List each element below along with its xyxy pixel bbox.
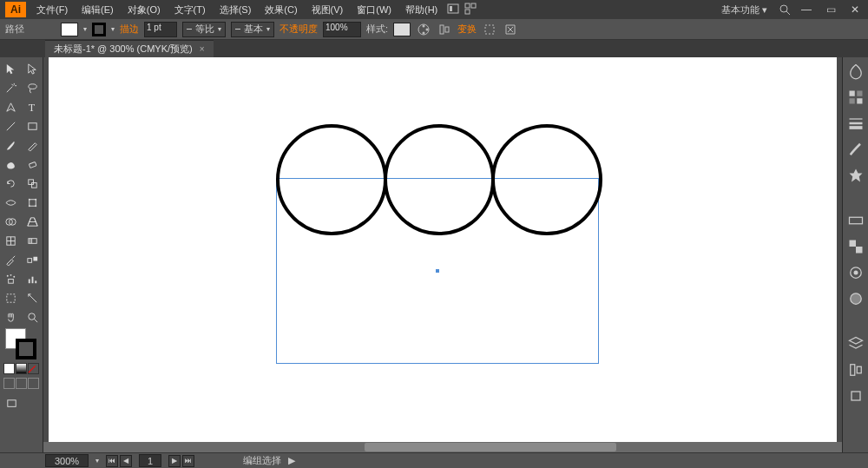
paintbrush-tool[interactable] [1,135,22,155]
stroke-dropdown-icon[interactable]: ▾ [111,25,115,33]
stroke-weight-input[interactable]: 1 pt [144,22,177,37]
minimize-button[interactable]: — [797,2,816,17]
bridge-icon[interactable] [446,2,460,16]
line-tool[interactable] [1,116,22,135]
fill-dropdown-icon[interactable]: ▾ [83,25,87,33]
mesh-tool[interactable] [1,231,22,250]
graph-tool[interactable] [23,269,43,288]
style-swatch[interactable] [393,23,411,36]
panel-brushes-icon[interactable] [847,141,865,158]
profile-select[interactable]: 基本▾ [231,22,274,37]
canvas-area[interactable] [43,57,842,452]
color-mode-none[interactable] [28,363,39,374]
slice-tool[interactable] [23,288,43,307]
menu-type[interactable]: 文字(T) [169,2,211,18]
arrange-icon[interactable] [464,2,477,16]
zoom-level[interactable]: 300% [45,454,89,467]
draw-normal[interactable] [3,378,15,389]
close-button[interactable]: ✕ [845,2,865,17]
color-mode-gradient[interactable] [16,363,27,374]
eyedropper-tool[interactable] [1,250,22,269]
artboard[interactable] [49,57,837,442]
zoom-tool[interactable] [23,307,43,326]
artboard-tool[interactable] [1,288,22,307]
panel-symbols-icon[interactable] [847,167,865,184]
symbol-sprayer-tool[interactable] [1,269,22,288]
menu-file[interactable]: 文件(F) [31,2,73,18]
fill-stroke-indicator[interactable] [0,326,43,363]
svg-rect-17 [29,122,36,129]
svg-rect-53 [857,98,862,103]
scale-tool[interactable] [23,174,43,193]
first-artboard-button[interactable]: ⏮ [106,455,118,467]
clip-icon[interactable] [503,22,518,37]
svg-rect-3 [471,3,476,8]
zoom-dropdown-icon[interactable]: ▾ [95,457,99,465]
hand-tool[interactable] [1,307,22,326]
eraser-tool[interactable] [23,155,43,174]
panel-transparency-icon[interactable] [847,238,865,255]
menu-window[interactable]: 窗口(W) [352,2,397,18]
menu-edit[interactable]: 编辑(E) [76,2,119,18]
panel-gradient-icon[interactable] [847,212,865,229]
panel-align-icon[interactable] [847,361,865,379]
screen-mode[interactable] [1,394,22,413]
selection-tool[interactable] [1,59,22,78]
menu-effect[interactable]: 效果(C) [260,2,302,18]
stroke-swatch[interactable] [92,23,106,36]
rotate-tool[interactable] [1,174,22,193]
lasso-tool[interactable] [23,78,43,97]
draw-inside[interactable] [28,378,39,389]
free-transform-tool[interactable] [23,193,43,212]
perspective-tool[interactable] [23,212,43,231]
color-mode-solid[interactable] [3,363,15,374]
align-icon[interactable] [437,22,452,37]
document-tab[interactable]: 未标题-1* @ 300% (CMYK/预览) × [45,40,214,57]
panel-stroke-icon[interactable] [847,115,865,132]
blend-tool[interactable] [23,250,43,269]
artboard-number[interactable]: 1 [139,454,161,467]
panel-swatches-icon[interactable] [847,89,865,106]
horizontal-scrollbar-thumb[interactable] [365,443,616,452]
menu-object[interactable]: 对象(O) [122,2,166,18]
opacity-input[interactable]: 100% [323,22,361,37]
horizontal-scrollbar[interactable] [43,442,842,452]
prev-artboard-button[interactable]: ◀ [120,455,132,467]
shape-builder-tool[interactable] [1,212,22,231]
panel-color-icon[interactable] [847,63,865,80]
magic-wand-tool[interactable] [1,78,22,97]
menu-select[interactable]: 选择(S) [214,2,257,18]
menu-view[interactable]: 视图(V) [306,2,349,18]
panel-graphic-styles-icon[interactable] [847,290,865,307]
status-arrow-icon[interactable]: ▶ [288,455,295,466]
gradient-tool[interactable] [23,231,43,250]
dash-select[interactable]: 等比▾ [182,22,226,37]
search-icon[interactable] [778,3,792,16]
recolor-icon[interactable] [416,22,431,37]
svg-rect-41 [31,276,33,283]
opacity-label[interactable]: 不透明度 [279,23,318,36]
rectangle-tool[interactable] [23,116,43,135]
menu-help[interactable]: 帮助(H) [400,2,443,18]
type-tool[interactable]: T [23,97,43,116]
next-artboard-button[interactable]: ▶ [168,455,181,467]
maximize-button[interactable]: ▭ [821,2,840,17]
panel-layers-icon[interactable] [847,335,865,353]
pen-tool[interactable] [1,97,22,116]
stroke-label[interactable]: 描边 [120,23,139,36]
direct-selection-tool[interactable] [23,59,43,78]
draw-behind[interactable] [16,378,27,389]
fill-swatch[interactable] [61,23,78,36]
isolate-icon[interactable] [482,22,497,37]
width-tool[interactable] [1,193,22,212]
pencil-tool[interactable] [23,135,43,155]
last-artboard-button[interactable]: ⏭ [182,455,194,467]
panel-appearance-icon[interactable] [847,264,865,281]
svg-rect-64 [857,366,861,373]
panel-transform-icon[interactable] [847,387,865,405]
blob-brush-tool[interactable] [1,155,22,174]
stroke-color-box[interactable] [16,339,36,359]
document-tab-close[interactable]: × [200,44,205,54]
transform-label[interactable]: 变换 [457,23,477,36]
workspace-switcher[interactable]: 基本功能 ▾ [716,3,773,16]
